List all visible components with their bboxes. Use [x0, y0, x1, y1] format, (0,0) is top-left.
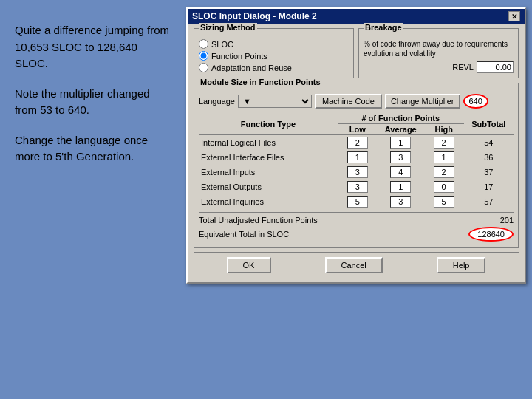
input-high-2[interactable] — [434, 166, 454, 178]
input-high-0[interactable] — [434, 137, 454, 149]
cell-high — [424, 165, 464, 180]
cell-low — [338, 135, 378, 151]
equivalent-sloc-value: 128640 — [468, 227, 514, 242]
cell-high — [424, 180, 464, 194]
cell-function-type: External Inputs — [199, 165, 338, 180]
input-low-3[interactable] — [347, 181, 368, 193]
totals-section: Total Unadjusted Function Points 201 Equ… — [199, 212, 514, 242]
cell-function-type: External Outputs — [199, 180, 338, 194]
radio-sloc-label: SLOC — [211, 40, 233, 49]
cell-average — [378, 165, 424, 180]
paragraph-3: Change the language once more to 5'th Ge… — [15, 132, 170, 166]
input-high-4[interactable] — [434, 196, 454, 208]
radio-sloc: SLOC — [199, 39, 349, 49]
cell-average — [378, 135, 424, 151]
col-average: Average — [378, 124, 424, 135]
module-size-label: Module Size in Function Points — [199, 78, 322, 86]
language-label: Language — [199, 97, 235, 106]
cell-low — [338, 165, 378, 180]
left-text-panel: Quite a difference jumping from 10,653 S… — [15, 22, 170, 179]
revl-input[interactable] — [477, 61, 514, 73]
radio-fp: Function Points — [199, 51, 349, 61]
cell-average — [378, 150, 424, 165]
radio-sloc-input[interactable] — [199, 39, 208, 49]
table-row: External Interface Files 36 — [199, 150, 514, 165]
top-sections: Sizing Method SLOC Function Points Adapt… — [194, 28, 519, 78]
dialog-close-button[interactable]: ✕ — [508, 11, 520, 21]
input-low-0[interactable] — [347, 137, 368, 149]
input-avg-1[interactable] — [390, 151, 411, 163]
col-subtotal: SubTotal — [464, 113, 514, 135]
sloc-dialog: SLOC Input Dialog - Module 2 ✕ Sizing Me… — [186, 7, 526, 284]
col-num-fp: # of Function Points — [338, 113, 464, 124]
cell-low — [338, 180, 378, 194]
cell-subtotal: 37 — [464, 165, 514, 180]
radio-adaptation-label: Adaptation and Reuse — [211, 64, 292, 72]
table-row: External Outputs 17 — [199, 180, 514, 194]
help-button[interactable]: Help — [437, 257, 486, 273]
dialog-body: Sizing Method SLOC Function Points Adapt… — [188, 24, 525, 282]
input-low-1[interactable] — [347, 151, 368, 163]
input-low-4[interactable] — [347, 196, 368, 208]
radio-adaptation: Adaptation and Reuse — [199, 63, 349, 72]
revl-row: REVL — [364, 61, 514, 73]
sizing-method-section: Sizing Method SLOC Function Points Adapt… — [194, 28, 354, 78]
input-low-2[interactable] — [347, 166, 368, 178]
cell-average — [378, 180, 424, 194]
equivalent-sloc-label: Equivalent Total in SLOC — [199, 230, 289, 239]
cell-high — [424, 150, 464, 165]
breakage-description: % of code thrown away due to requirement… — [364, 39, 514, 58]
dialog-buttons: OK Cancel Help — [194, 252, 519, 278]
total-unadjusted-value: 201 — [500, 216, 514, 225]
col-function-type: Function Type — [199, 113, 338, 135]
cell-average — [378, 194, 424, 209]
input-avg-4[interactable] — [390, 196, 411, 208]
cell-high — [424, 194, 464, 209]
radio-fp-input[interactable] — [199, 51, 208, 61]
paragraph-1: Quite a difference jumping from 10,653 S… — [15, 22, 170, 72]
language-dropdown[interactable]: ▼ — [238, 95, 312, 108]
input-avg-0[interactable] — [390, 137, 411, 149]
machine-code-button[interactable]: Machine Code — [315, 94, 382, 109]
cell-function-type: External Inquiries — [199, 194, 338, 209]
radio-adaptation-input[interactable] — [199, 63, 208, 72]
input-avg-3[interactable] — [390, 181, 411, 193]
cell-function-type: External Interface Files — [199, 150, 338, 165]
dialog-titlebar: SLOC Input Dialog - Module 2 ✕ — [188, 9, 525, 24]
total-unadjusted-row: Total Unadjusted Function Points 201 — [199, 216, 514, 225]
input-avg-2[interactable] — [390, 166, 411, 178]
radio-fp-label: Function Points — [211, 52, 267, 61]
revl-label: REVL — [452, 63, 474, 72]
table-row: External Inputs 37 — [199, 165, 514, 180]
breakage-label: Breakage — [364, 23, 403, 32]
cell-subtotal: 57 — [464, 194, 514, 209]
multiplier-value: 640 — [463, 94, 488, 109]
change-multiplier-button[interactable]: Change Multiplier — [385, 94, 460, 109]
table-row: Internal Logical Files 54 — [199, 135, 514, 151]
cell-subtotal: 36 — [464, 150, 514, 165]
total-unadjusted-label: Total Unadjusted Function Points — [199, 216, 318, 225]
cell-subtotal: 17 — [464, 180, 514, 194]
dialog-title: SLOC Input Dialog - Module 2 — [192, 11, 317, 21]
cell-high — [424, 135, 464, 151]
ok-button[interactable]: OK — [227, 257, 271, 273]
paragraph-2: Note the multiplier changed from 53 to 6… — [15, 86, 170, 119]
col-high: High — [424, 124, 464, 135]
input-high-1[interactable] — [434, 151, 454, 163]
cancel-button[interactable]: Cancel — [325, 257, 383, 273]
cell-subtotal: 54 — [464, 135, 514, 151]
equivalent-sloc-row: Equivalent Total in SLOC 128640 — [199, 227, 514, 242]
function-points-table: Function Type # of Function Points SubTo… — [199, 113, 514, 209]
cell-low — [338, 150, 378, 165]
cell-function-type: Internal Logical Files — [199, 135, 338, 151]
col-low: Low — [338, 124, 378, 135]
cell-low — [338, 194, 378, 209]
input-high-3[interactable] — [434, 181, 454, 193]
table-row: External Inquiries 57 — [199, 194, 514, 209]
module-size-section: Module Size in Function Points Language … — [194, 83, 519, 248]
breakage-section: Breakage % of code thrown away due to re… — [358, 28, 519, 78]
language-row: Language ▼ Machine Code Change Multiplie… — [199, 94, 514, 109]
sizing-method-label: Sizing Method — [199, 23, 257, 32]
